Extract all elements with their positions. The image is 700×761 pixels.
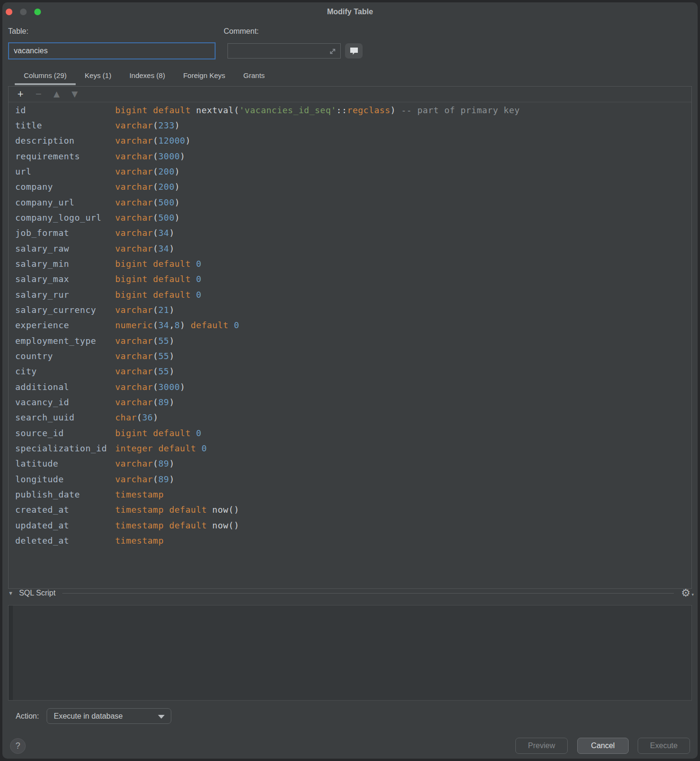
column-type: timestamp default now() bbox=[115, 505, 239, 515]
column-type: varchar(3000) bbox=[115, 382, 185, 392]
column-name: vacancy_id bbox=[15, 397, 115, 407]
move-down-button[interactable]: ▼ bbox=[68, 88, 82, 101]
column-type: varchar(500) bbox=[115, 213, 180, 223]
column-name: additional bbox=[15, 382, 115, 392]
column-row[interactable]: urlvarchar(200) bbox=[9, 164, 691, 179]
tab-keys-1[interactable]: Keys (1) bbox=[76, 65, 120, 85]
column-name: city bbox=[15, 366, 115, 376]
column-name: description bbox=[15, 136, 115, 146]
column-type: bigint default 0 bbox=[115, 259, 201, 269]
column-type: bigint default 0 bbox=[115, 290, 201, 300]
column-name: salary_rur bbox=[15, 290, 115, 300]
column-row[interactable]: salary_minbigint default 0 bbox=[9, 256, 691, 271]
column-row[interactable]: search_uuidchar(36) bbox=[9, 410, 691, 425]
comment-bubble-button[interactable] bbox=[345, 43, 363, 59]
column-row[interactable]: salary_rurbigint default 0 bbox=[9, 287, 691, 302]
column-row[interactable]: employment_typevarchar(55) bbox=[9, 333, 691, 348]
table-label: Table: bbox=[8, 27, 29, 36]
column-row[interactable]: salary_currencyvarchar(21) bbox=[9, 302, 691, 317]
column-name: country bbox=[15, 351, 115, 361]
column-type: varchar(34) bbox=[115, 244, 175, 254]
column-row[interactable]: salary_maxbigint default 0 bbox=[9, 272, 691, 287]
column-type: varchar(89) bbox=[115, 474, 175, 484]
column-name: publish_date bbox=[15, 489, 115, 499]
column-type: char(36) bbox=[115, 412, 158, 422]
gear-icon[interactable]: ⚙▾ bbox=[680, 587, 692, 599]
column-row[interactable]: titlevarchar(233) bbox=[9, 117, 691, 133]
column-row[interactable]: vacancy_idvarchar(89) bbox=[9, 394, 691, 410]
column-row[interactable]: source_idbigint default 0 bbox=[9, 425, 691, 440]
move-up-button[interactable]: ▲ bbox=[49, 88, 64, 101]
column-type: varchar(200) bbox=[115, 182, 180, 192]
column-row[interactable]: descriptionvarchar(12000) bbox=[9, 133, 691, 148]
window-title: Modify Table bbox=[2, 8, 698, 16]
column-type: bigint default 0 bbox=[115, 428, 201, 438]
table-name-input[interactable]: vacancies bbox=[8, 42, 216, 59]
column-type: integer default 0 bbox=[115, 443, 207, 453]
column-row[interactable]: specialization_idinteger default 0 bbox=[9, 440, 691, 456]
column-name: experience bbox=[15, 320, 115, 330]
column-name: specialization_id bbox=[15, 443, 115, 453]
tab-columns-29[interactable]: Columns (29) bbox=[15, 65, 76, 85]
column-type: varchar(3000) bbox=[115, 151, 185, 161]
column-name: longitude bbox=[15, 474, 115, 484]
sql-script-title[interactable]: SQL Script bbox=[19, 589, 56, 597]
column-type: varchar(12000) bbox=[115, 136, 191, 146]
column-row[interactable]: latitudevarchar(89) bbox=[9, 456, 691, 471]
column-row[interactable]: cityvarchar(55) bbox=[9, 364, 691, 379]
column-row[interactable]: longitudevarchar(89) bbox=[9, 471, 691, 487]
columns-toolbar: + − ▲ ▼ bbox=[9, 87, 691, 102]
column-row[interactable]: updated_attimestamp default now() bbox=[9, 517, 691, 533]
tab-foreign-keys[interactable]: Foreign Keys bbox=[174, 65, 234, 85]
add-column-button[interactable]: + bbox=[13, 88, 28, 101]
column-row[interactable]: company_logo_urlvarchar(500) bbox=[9, 210, 691, 225]
collapse-arrow-icon[interactable]: ▼ bbox=[8, 590, 13, 596]
column-name: salary_min bbox=[15, 259, 115, 269]
column-row[interactable]: countryvarchar(55) bbox=[9, 348, 691, 363]
tabs: Columns (29)Keys (1)Indexes (8)Foreign K… bbox=[2, 65, 274, 85]
comment-label: Comment: bbox=[224, 27, 259, 36]
column-row[interactable]: deleted_attimestamp bbox=[9, 533, 691, 548]
sql-script-editor[interactable] bbox=[8, 605, 692, 701]
column-row[interactable]: idbigint default nextval('vacancies_id_s… bbox=[9, 102, 691, 117]
gear-dropdown-arrow-icon: ▾ bbox=[691, 588, 694, 601]
action-dropdown[interactable]: Execute in database bbox=[47, 708, 171, 724]
column-row[interactable]: job_formatvarchar(34) bbox=[9, 225, 691, 241]
column-type: varchar(55) bbox=[115, 336, 175, 346]
column-name: salary_max bbox=[15, 274, 115, 284]
column-type: numeric(34,8) default 0 bbox=[115, 320, 239, 330]
tab-grants[interactable]: Grants bbox=[234, 65, 274, 85]
column-type: varchar(55) bbox=[115, 351, 175, 361]
comment-input[interactable] bbox=[227, 43, 341, 59]
column-row[interactable]: salary_rawvarchar(34) bbox=[9, 241, 691, 256]
expand-editor-icon[interactable] bbox=[328, 47, 337, 56]
column-row[interactable]: company_urlvarchar(500) bbox=[9, 195, 691, 210]
table-name-value: vacancies bbox=[14, 47, 48, 55]
action-label: Action: bbox=[16, 712, 39, 721]
column-name: salary_raw bbox=[15, 244, 115, 254]
column-row[interactable]: additionalvarchar(3000) bbox=[9, 379, 691, 394]
columns-panel: + − ▲ ▼ idbigint default nextval('vacanc… bbox=[8, 86, 692, 589]
help-button[interactable]: ? bbox=[10, 738, 26, 754]
column-name: url bbox=[15, 166, 115, 176]
remove-column-button[interactable]: − bbox=[31, 88, 46, 101]
column-name: created_at bbox=[15, 505, 115, 515]
column-type: varchar(89) bbox=[115, 397, 175, 407]
preview-button[interactable]: Preview bbox=[515, 738, 568, 754]
column-type: varchar(233) bbox=[115, 120, 180, 130]
tab-indexes-8[interactable]: Indexes (8) bbox=[120, 65, 174, 85]
action-selected-value: Execute in database bbox=[54, 712, 123, 721]
execute-button[interactable]: Execute bbox=[638, 738, 690, 754]
column-row[interactable]: requirementsvarchar(3000) bbox=[9, 148, 691, 164]
cancel-button[interactable]: Cancel bbox=[577, 738, 629, 754]
column-row[interactable]: publish_datetimestamp bbox=[9, 487, 691, 502]
sql-script-header: ▼ SQL Script ⚙▾ bbox=[8, 586, 692, 600]
column-row[interactable]: companyvarchar(200) bbox=[9, 179, 691, 195]
column-name: deleted_at bbox=[15, 536, 115, 546]
column-row[interactable]: created_attimestamp default now() bbox=[9, 502, 691, 517]
column-row[interactable]: experiencenumeric(34,8) default 0 bbox=[9, 318, 691, 333]
column-type: bigint default nextval('vacancies_id_seq… bbox=[115, 105, 520, 115]
column-type: varchar(55) bbox=[115, 366, 175, 376]
column-type: varchar(21) bbox=[115, 305, 175, 315]
column-type: varchar(34) bbox=[115, 228, 175, 238]
